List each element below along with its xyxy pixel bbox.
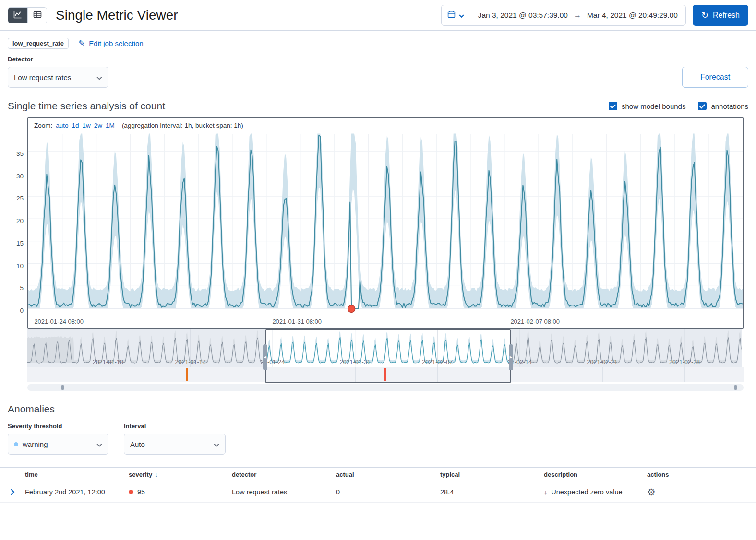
chart-region: 05101520253035 Zoom: auto 1d 1w 2w 1M (a… [27,117,744,329]
col-time[interactable]: time [21,471,125,478]
severity-threshold-label: Severity threshold [8,423,108,430]
anomalies-table: time severity↓ detector actual typical d… [0,467,756,503]
scrollbar-right-thumb[interactable] [734,385,737,390]
warning-severity-dot [14,442,18,446]
y-tick-label: 0 [5,307,24,314]
time-series-chart[interactable] [28,130,743,315]
pencil-icon: ✎ [78,38,85,48]
brush-left-handle[interactable]: ◀ [263,344,267,370]
week-gridline [520,367,520,382]
quick-select-button[interactable] [442,5,470,25]
chart-options: show model bounds annotations [609,102,748,110]
series-heading-row: Single time series analysis of count sho… [0,88,756,112]
checkbox-checked-icon [698,102,707,110]
row-expander-button[interactable] [0,489,21,495]
week-gridline [602,367,603,382]
start-date[interactable]: Jan 3, 2021 @ 03:57:39.00 [478,11,568,20]
y-tick-label: 25 [5,195,24,202]
brush-right-handle[interactable]: ▶ [509,344,513,370]
handle-left-arrow-icon: ◀ [264,355,266,359]
anomaly-marker[interactable] [348,305,355,313]
table-header-row: time severity↓ detector actual typical d… [0,467,756,481]
col-typical[interactable]: typical [436,471,540,478]
y-tick-label: 15 [5,240,24,247]
show-model-bounds-label: show model bounds [622,102,685,110]
chart-line-icon [13,10,22,21]
x-tick-label: 2021-01-24 08:00 [34,318,84,325]
critical-severity-dot [129,490,133,494]
date-range-values: Jan 3, 2021 @ 03:57:39.00 → Mar 4, 2021 … [470,5,685,25]
week-gridline [108,367,108,382]
anomaly-tick-major[interactable] [186,368,188,381]
context-scrollbar[interactable] [27,384,744,391]
week-gridline [684,367,685,382]
col-detector[interactable]: detector [228,471,332,478]
detector-selected-value: Low request rates [14,73,71,82]
detector-label: Detector [8,56,108,63]
page-header: Single Metric Viewer Jan 3, 2021 @ 03:57… [0,0,756,31]
down-arrow-icon: ↓ [544,488,547,496]
y-tick-label: 35 [5,150,24,157]
zoom-row: Zoom: auto 1d 1w 2w 1M (aggregation inte… [28,118,743,130]
chevron-down-icon [459,11,464,20]
severity-threshold-select[interactable]: warning [8,434,108,455]
zoom-auto-link[interactable]: auto [56,122,68,129]
chevron-down-icon [96,440,102,448]
cell-typical: 28.4 [436,488,540,496]
handle-right-arrow-icon: ▶ [510,355,512,359]
interval-select[interactable]: Auto [124,434,226,455]
date-range-picker: Jan 3, 2021 @ 03:57:39.00 → Mar 4, 2021 … [441,5,686,26]
forecast-button[interactable]: Forecast [682,67,748,88]
selection-brush[interactable]: ◀ ▶ [265,329,511,383]
y-tick-label: 20 [5,217,24,224]
anomalies-heading: Anomalies [0,391,756,415]
col-actions: actions [643,471,756,478]
x-tick-label: 2021-01-31 08:00 [272,318,322,325]
context-chart: 2021-01-102021-01-1721-01-242021-01-3120… [27,329,744,391]
job-selection-row: low_request_rate ✎ Edit job selection [0,31,756,51]
interval-label: Interval [124,423,226,430]
col-description[interactable]: description [540,471,643,478]
severity-selected-value: warning [23,440,48,448]
gear-icon[interactable]: ⚙ [647,487,656,497]
week-gridline [191,367,191,382]
chevron-down-icon [96,73,102,82]
chart-view-button[interactable] [8,8,27,23]
anomalies-title: Anomalies [8,403,748,415]
series-title: Single time series analysis of count [8,100,165,112]
zoom-1M-link[interactable]: 1M [106,122,115,129]
table-view-button[interactable] [27,8,47,23]
edit-job-selection-link[interactable]: ✎ Edit job selection [78,38,144,48]
refresh-icon: ↻ [701,11,708,20]
cell-severity: 95 [125,488,228,496]
refresh-button[interactable]: ↻ Refresh [693,5,748,26]
x-tick-label: 2021-02-07 08:00 [510,318,560,325]
sort-desc-icon: ↓ [155,471,158,478]
table-row[interactable]: February 2nd 2021, 12:00 95 Low request … [0,481,756,503]
calendar-icon [447,10,456,20]
cell-detector: Low request rates [228,488,332,496]
cell-description: ↓ Unexpected zero value [540,488,643,496]
interval-selected-value: Auto [130,440,145,448]
zoom-1w-link[interactable]: 1w [83,122,91,129]
end-date[interactable]: Mar 4, 2021 @ 20:49:29.00 [587,11,678,20]
col-actual[interactable]: actual [332,471,436,478]
cell-actions: ⚙ [643,486,756,498]
zoom-label: Zoom: [34,122,52,129]
show-model-bounds-checkbox[interactable]: show model bounds [609,102,685,110]
detector-select[interactable]: Low request rates [8,67,108,88]
page-title: Single Metric Viewer [56,8,178,23]
y-tick-label: 5 [5,284,24,292]
scrollbar-left-thumb[interactable] [61,385,64,390]
y-tick-label: 30 [5,173,24,180]
chevron-down-icon [214,440,219,448]
job-badge[interactable]: low_request_rate [8,38,69,49]
annotations-checkbox[interactable]: annotations [698,102,748,110]
y-tick-label: 10 [5,262,24,270]
cell-actual: 0 [332,488,436,496]
col-severity[interactable]: severity↓ [125,471,228,478]
zoom-1d-link[interactable]: 1d [72,122,79,129]
checkbox-checked-icon [609,102,617,110]
x-axis-labels: 2021-01-24 08:002021-01-31 08:002021-02-… [28,315,743,328]
zoom-2w-link[interactable]: 2w [94,122,102,129]
